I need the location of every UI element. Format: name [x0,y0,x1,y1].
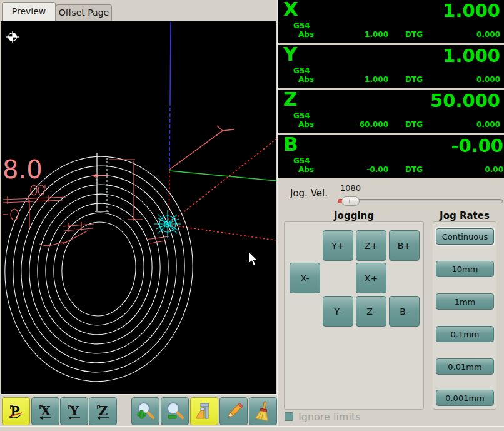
dro-axis-b: B G54 -0.00 Abs -0.00 DTG 0.00 [278,135,504,178]
zoom-out-icon [164,401,186,422]
jog-b-plus-button[interactable]: B+ [389,230,420,261]
jog-z-plus-button[interactable]: Z+ [356,230,386,261]
abs-label: Abs [298,75,314,84]
edit-button[interactable] [219,397,248,425]
dro-axis-x: X G54 1.000 Abs 1.000 DTG 0.000 [278,0,504,43]
z-axis-line [169,22,171,170]
abs-label: Abs [298,165,314,174]
rate-10mm-button[interactable]: 10mm [436,261,494,277]
axis-letter: Y [283,43,297,65]
status-strip [0,426,504,431]
tool-dimensions-button[interactable] [190,397,218,425]
coord-system: G54 [293,21,310,30]
ignore-limits-checkbox[interactable] [285,412,293,421]
toolpath-entry-lines [95,153,109,211]
view-x-icon: X [35,401,56,422]
preview-toolbar: P X Y Z [0,394,277,427]
axis-value: -0.00 [451,135,503,156]
jog-y-minus-button[interactable]: Y- [323,296,353,327]
axis-value: 1.000 [443,45,500,66]
control-panel: X G54 1.000 Abs 1.000 DTG 0.000 Y G54 1.… [277,0,504,426]
view-z-button[interactable]: Z [89,397,117,425]
dtg-label: DTG [405,165,423,174]
jog-b-minus-button[interactable]: B- [389,296,420,327]
clear-plot-button[interactable] [249,397,277,425]
jog-rates-group-title: Jog Rates [433,210,496,221]
rate-01mm-button[interactable]: 0.1mm [436,326,494,342]
dtg-label: DTG [405,30,423,39]
view-perspective-button[interactable]: P [2,397,30,425]
axis-letter: X [283,0,298,20]
dtg-value: 0.000 [476,120,500,129]
coord-system: G54 [293,66,310,75]
dtg-label: DTG [405,120,423,129]
abs-value: 1.000 [335,75,388,84]
view-x-button[interactable]: X [31,397,59,425]
jog-velocity-slider-handle[interactable] [341,196,360,206]
abs-value: 60.000 [335,120,388,129]
dro-axis-z: Z G54 50.000 Abs 60.000 DTG 0.000 [278,90,504,133]
toolpath-rings [1,150,200,388]
pencil-icon [223,401,244,422]
view-z-icon: Z [93,401,114,422]
dtg-value: 0.000 [476,75,500,84]
zoom-in-icon [135,401,156,422]
abs-label: Abs [298,30,314,39]
perspective-view-icon: P [6,401,27,422]
jog-velocity-slider[interactable] [338,199,503,203]
zoom-in-button[interactable] [131,397,159,425]
extent-label: 8.0 [3,155,43,184]
broom-icon [253,401,274,422]
coord-system: G54 [293,111,310,120]
view-y-icon: Y [64,401,85,422]
notebook-tabbar: Preview Offset Page [0,0,277,21]
jog-rates-group: Continuous 10mm 1mm 0.1mm 0.01mm 0.001mm [433,221,496,410]
tab-offset-page[interactable]: Offset Page [56,4,112,21]
abs-label: Abs [298,120,314,129]
toolpath-plot: 8.0 [1,21,276,394]
view-y-button[interactable]: Y [60,397,88,425]
jogging-group-title: Jogging [284,210,424,221]
rapid-move-lines [169,139,276,240]
dro-axis-y: Y G54 1.000 Abs 1.000 DTG 0.000 [278,45,504,88]
tool-marker [154,210,181,238]
zoom-out-button[interactable] [161,397,189,425]
caliper-icon [194,401,215,422]
x-axis-line [169,171,276,181]
rate-0001mm-button[interactable]: 0.001mm [436,390,494,406]
axis-value: 50.000 [430,90,500,111]
mouse-cursor [249,252,257,266]
origin-marker-icon [6,31,19,43]
gremlin-preview-canvas[interactable]: 8.0 [1,21,276,394]
rate-001mm-button[interactable]: 0.01mm [436,358,494,375]
dtg-label: DTG [405,75,423,84]
jog-x-minus-button[interactable]: X- [290,263,320,293]
rate-continuous-button[interactable]: Continuous [436,228,494,245]
jog-z-minus-button[interactable]: Z- [356,296,386,327]
jog-y-plus-button[interactable]: Y+ [323,230,353,261]
axis-letter: B [283,133,298,155]
coord-system: G54 [293,156,310,165]
axis-value: 1.000 [443,0,500,21]
abs-value: 1.000 [335,30,388,39]
ignore-limits-label: Ignore limits [298,411,361,423]
jog-x-plus-button[interactable]: X+ [356,263,386,293]
tab-preview[interactable]: Preview [2,2,56,21]
jog-velocity-value: 1080 [340,183,361,193]
dtg-value: 0.000 [476,30,500,39]
rate-1mm-button[interactable]: 1mm [436,293,494,310]
dtg-value: 0.00 [485,165,503,174]
y-axis-indicator [169,126,234,170]
jog-velocity-label: Jog. Vel. [290,188,328,199]
jogging-group: Y+ Z+ B+ X- X+ Y- Z- B- [284,221,424,410]
abs-value: -0.00 [335,165,388,174]
axis-letter: Z [283,88,297,110]
